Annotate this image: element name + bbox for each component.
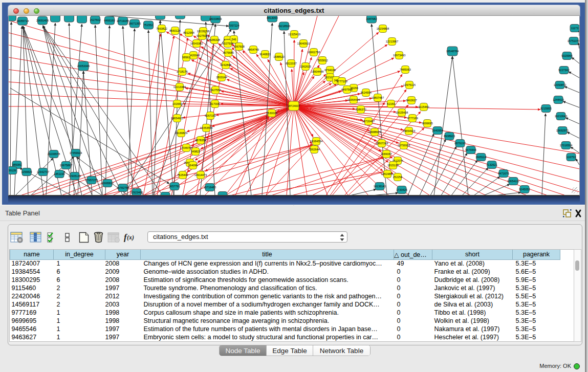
svg-text:1362615: 1362615 (300, 65, 311, 68)
svg-text:7386372: 7386372 (355, 108, 366, 111)
svg-text:116753: 116753 (567, 156, 576, 159)
svg-text:12905135: 12905135 (69, 174, 81, 178)
svg-text:6466160: 6466160 (104, 19, 115, 22)
svg-text:16210643: 16210643 (555, 115, 567, 118)
svg-text:2803144: 2803144 (216, 76, 227, 79)
svg-text:8471676: 8471676 (498, 172, 509, 175)
svg-text:9327506: 9327506 (197, 34, 207, 37)
svg-text:7955812: 7955812 (317, 59, 328, 62)
svg-text:12093872: 12093872 (554, 83, 566, 86)
svg-text:9699695: 9699695 (422, 122, 432, 125)
svg-text:9227342: 9227342 (558, 69, 569, 72)
svg-text:8938923: 8938923 (444, 135, 454, 138)
svg-text:8267150: 8267150 (205, 114, 215, 117)
svg-text:6497568: 6497568 (341, 88, 352, 91)
svg-text:1451194: 1451194 (54, 172, 64, 176)
svg-text:7663822: 7663822 (156, 27, 167, 30)
svg-text:385081: 385081 (12, 163, 21, 166)
svg-text:9242848: 9242848 (220, 63, 231, 67)
svg-text:7132621: 7132621 (486, 163, 497, 166)
svg-text:16671355: 16671355 (128, 22, 141, 25)
svg-text:17957275: 17957275 (85, 179, 98, 182)
svg-text:16543382: 16543382 (190, 42, 203, 45)
svg-text:1244419: 1244419 (553, 98, 563, 101)
svg-text:18807249: 18807249 (376, 142, 388, 145)
svg-text:1362644: 1362644 (309, 148, 319, 151)
svg-text:1640954: 1640954 (432, 129, 443, 132)
svg-text:16548784: 16548784 (446, 50, 459, 53)
svg-text:12942737: 12942737 (37, 170, 49, 173)
svg-text:9327504: 9327504 (222, 42, 233, 45)
svg-text:8186328: 8186328 (209, 38, 220, 41)
svg-text:751552: 751552 (144, 24, 153, 27)
svg-text:15720407: 15720407 (362, 120, 375, 123)
svg-text:8215955: 8215955 (540, 107, 551, 110)
svg-text:13640910: 13640910 (297, 42, 310, 45)
svg-text:(x): (x) (127, 234, 134, 241)
svg-text:9463627: 9463627 (406, 99, 417, 102)
svg-text:19975867: 19975867 (60, 164, 72, 167)
svg-text:1156829: 1156829 (21, 170, 32, 173)
svg-text:17016504: 17016504 (560, 144, 572, 147)
svg-text:8912954: 8912954 (183, 31, 194, 34)
svg-text:14055714: 14055714 (16, 19, 29, 23)
svg-text:20053346: 20053346 (77, 64, 90, 68)
svg-text:16154808: 16154808 (377, 27, 389, 30)
svg-text:12975115: 12975115 (403, 83, 416, 86)
svg-text:1527602: 1527602 (90, 18, 100, 21)
svg-text:19654923: 19654923 (403, 129, 415, 133)
svg-text:1815132: 1815132 (387, 164, 398, 167)
svg-text:8454749: 8454749 (248, 48, 258, 51)
svg-text:39139: 39139 (9, 169, 16, 172)
svg-text:19384554: 19384554 (310, 140, 322, 143)
svg-text:9777109: 9777109 (336, 80, 347, 83)
svg-text:1733426: 1733426 (396, 188, 407, 191)
svg-text:252254: 252254 (393, 176, 402, 179)
svg-text:9084067: 9084067 (381, 152, 391, 156)
svg-text:98961: 98961 (182, 56, 190, 59)
svg-text:1588520: 1588520 (273, 55, 284, 58)
svg-text:17046766: 17046766 (180, 146, 192, 149)
svg-text:546: 546 (231, 38, 236, 41)
svg-text:10807487: 10807487 (372, 96, 384, 99)
svg-text:3675685: 3675685 (223, 51, 233, 54)
svg-text:19654925: 19654925 (171, 117, 183, 120)
svg-text:19166829: 19166829 (175, 132, 187, 135)
svg-text:7625402: 7625402 (177, 173, 188, 177)
svg-text:8813054: 8813054 (267, 16, 277, 19)
svg-text:9474444: 9474444 (465, 148, 476, 151)
svg-text:11325419: 11325419 (288, 33, 300, 36)
svg-text:12213389: 12213389 (173, 85, 186, 89)
svg-text:2367608: 2367608 (233, 45, 244, 48)
svg-text:19904448: 19904448 (311, 70, 323, 73)
svg-text:8878354: 8878354 (195, 139, 206, 142)
svg-text:7485063: 7485063 (400, 68, 410, 71)
svg-text:15716485: 15716485 (204, 186, 216, 189)
svg-text:18724007: 18724007 (288, 104, 300, 107)
svg-text:14914479: 14914479 (194, 173, 207, 177)
svg-text:10688609: 10688609 (368, 130, 381, 134)
svg-text:10756928: 10756928 (398, 144, 410, 147)
svg-text:12353594: 12353594 (200, 126, 212, 129)
svg-text:12213967: 12213967 (386, 40, 398, 43)
svg-text:164099: 164099 (188, 164, 198, 167)
svg-text:9146821: 9146821 (259, 53, 270, 56)
svg-text:10025438: 10025438 (396, 111, 408, 114)
svg-text:6794028: 6794028 (324, 69, 335, 72)
svg-text:6879197: 6879197 (454, 142, 465, 145)
svg-text:9245052: 9245052 (519, 188, 530, 191)
svg-text:20364436: 20364436 (347, 98, 360, 101)
svg-text:19218506: 19218506 (278, 25, 290, 28)
svg-text:7357224: 7357224 (228, 24, 239, 27)
svg-text:2087682: 2087682 (366, 17, 377, 20)
svg-text:8427552: 8427552 (210, 89, 221, 92)
svg-text:14136141: 14136141 (374, 185, 386, 188)
svg-text:16782759: 16782759 (117, 186, 129, 189)
svg-text:3624554: 3624554 (360, 91, 371, 94)
svg-text:9115460: 9115460 (418, 105, 429, 108)
svg-text:20206578: 20206578 (48, 152, 60, 156)
svg-text:9657791: 9657791 (169, 185, 180, 188)
svg-text:549822: 549822 (191, 150, 200, 153)
svg-text:19524851: 19524851 (381, 172, 394, 176)
svg-text:2718176: 2718176 (177, 70, 187, 73)
